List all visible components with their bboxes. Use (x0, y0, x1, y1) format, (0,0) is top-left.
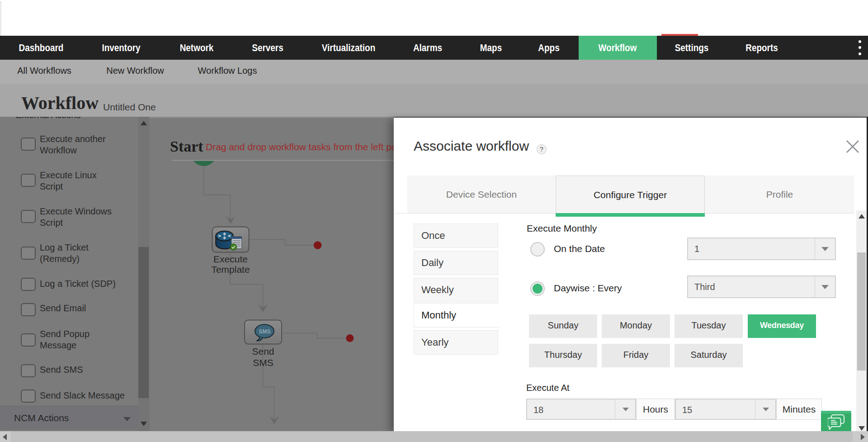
svg-text:SMS: SMS (259, 328, 270, 335)
